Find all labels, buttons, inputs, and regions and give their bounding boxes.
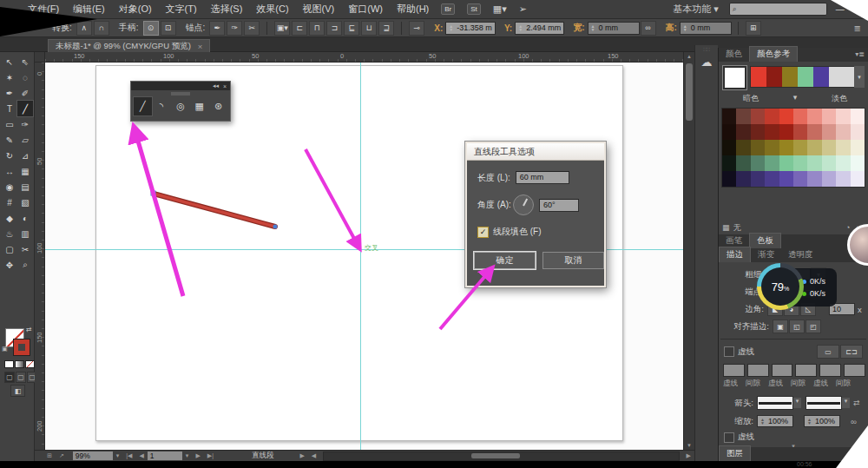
paintbrush-tool[interactable]: ✑ [17,116,33,132]
menu-item[interactable]: 视图(V) [303,3,335,16]
tab-swatches[interactable]: 色板 [749,233,781,248]
color-swatch[interactable] [779,140,793,155]
width-field[interactable]: ▲▼0 mm [588,22,640,35]
color-swatch[interactable] [793,140,807,155]
draw-behind-button[interactable]: ▢ [16,372,26,383]
vertical-scrollbar[interactable]: ▲ ▼ [683,52,694,450]
color-swatch[interactable] [851,155,865,171]
line-tools-palette[interactable]: ◂◂ × ╱◝◎▦⊛ [130,81,231,122]
zoom-dropdown-icon[interactable]: ▾ [116,452,120,459]
tab-stroke[interactable]: 描边 [719,247,751,262]
close-icon[interactable]: × [223,83,227,89]
color-swatch[interactable] [779,171,793,187]
artboard-dropdown-icon[interactable]: ▾ [186,452,189,459]
align-right-button[interactable]: ⊐ [326,21,342,36]
close-icon[interactable]: × [198,42,203,51]
scroll-down-icon[interactable]: ▼ [687,443,692,448]
color-swatch[interactable] [779,124,793,140]
tab-layers[interactable]: 图层 [719,445,751,461]
color-swatch[interactable] [822,155,836,171]
color-swatch[interactable] [793,124,807,140]
dash-value-field[interactable] [795,364,817,377]
dashed-line-checkbox[interactable] [724,432,734,443]
scroll-thumb[interactable] [471,453,520,458]
menu-item[interactable]: 对象(O) [119,3,152,16]
artboard-tool[interactable]: ▢ [2,241,17,257]
color-swatch[interactable] [836,155,850,171]
artboard-number-field[interactable]: 1 [148,452,182,460]
zoom-level-field[interactable]: 99% [73,452,113,460]
cut-path-button[interactable]: ✂ [244,21,260,36]
ok-button[interactable]: 确定 [474,252,536,269]
color-swatch[interactable] [822,124,836,140]
menu-item[interactable]: 帮助(H) [397,3,429,16]
harmony-color-swatch[interactable] [766,67,782,87]
menu-item[interactable]: 窗口(W) [348,3,383,16]
collapse-icon[interactable]: ◂◂ [213,82,219,89]
zoom-tool[interactable]: ⌕ [17,257,33,273]
blend-tool[interactable]: ◐ [17,210,33,226]
align-left-button[interactable]: ⊏ [292,21,307,36]
color-swatch[interactable] [822,171,836,187]
scroll-thumb[interactable] [686,63,693,121]
color-swatch[interactable] [736,171,750,187]
eyedropper-tool[interactable]: ◆ [2,210,17,226]
last-artboard-icon[interactable]: ▶| [207,452,214,459]
drag-dots[interactable]: ∷∷ [695,46,718,52]
color-swatch[interactable] [822,109,836,124]
mesh-tool[interactable]: # [2,194,17,210]
color-button[interactable] [4,360,14,368]
arrange-documents-icon[interactable]: ▦▾ [493,3,507,15]
width-tool[interactable]: ↔ [2,163,17,179]
convert-smooth-button[interactable]: ∩ [94,21,109,36]
scroll-left-icon[interactable]: ◀ [312,452,316,459]
color-swatch[interactable] [722,171,736,187]
tab-color-guide[interactable]: 颜色参考 [749,46,798,62]
perspective-grid-tool[interactable]: ▤ [17,179,33,194]
color-swatch[interactable] [807,155,821,171]
length-field[interactable]: 60 mm [516,171,569,184]
dashed-line-checkbox[interactable] [724,346,734,357]
menu-item[interactable]: 选择(S) [211,3,243,16]
harmony-color-swatch[interactable] [798,67,813,87]
isolate-button[interactable]: ▣▾ [274,21,290,36]
dialog-title[interactable]: 直线段工具选项 [467,143,604,161]
current-color-swatch[interactable] [723,66,746,89]
color-swatch[interactable] [793,109,807,124]
color-swatch[interactable] [793,155,807,171]
dash-value-field[interactable] [772,364,793,377]
harmony-color-swatch[interactable] [813,67,829,87]
horizontal-scrollbar[interactable] [323,452,679,461]
arrow-scale-start-field[interactable]: ▲▼100% [757,415,793,427]
arrowhead-end-dropdown[interactable] [806,396,842,410]
lasso-tool[interactable]: ◌ [17,69,33,85]
align-top-button[interactable]: ⊑ [344,21,359,36]
color-swatch[interactable] [751,109,765,124]
harmony-color-strip[interactable] [750,66,855,88]
spiral-tool[interactable]: ◎ [172,97,190,115]
angle-field[interactable]: 60° [539,199,579,212]
document-tab[interactable]: 未标题-1* @ 99% (CMYK/GPU 预览) × [48,39,210,53]
color-swatch[interactable] [836,109,850,124]
dash-value-field[interactable] [819,364,841,377]
color-swatch[interactable] [751,124,765,140]
color-swatch[interactable] [722,109,736,124]
menu-item[interactable]: 文字(T) [166,3,197,16]
swap-arrowheads-icon[interactable]: ⇄ [853,399,860,407]
selection-tool[interactable]: ↖ [2,54,17,69]
rotate-tool[interactable]: ↻ [2,148,17,163]
hide-handles-button[interactable]: ⊡ [161,21,176,36]
align-middle-button[interactable]: ⊔ [361,21,377,36]
drag-handle[interactable] [171,92,190,96]
export-icon[interactable]: ↗ [59,452,64,459]
y-field[interactable]: ▲▼2.494 mm [515,22,564,35]
menu-item[interactable]: 编辑(E) [73,3,105,16]
limit-colors-icon[interactable]: ▦ [722,223,730,232]
arc-tool[interactable]: ◝ [153,97,171,115]
shape-builder-tool[interactable]: ◉ [2,179,17,194]
palette-title-bar[interactable]: ◂◂ × [131,82,230,90]
color-swatch[interactable] [765,155,779,171]
gradient-tool[interactable]: ▧ [17,194,33,210]
direct-selection-tool[interactable]: ⇖ [17,54,33,69]
color-swatch[interactable] [807,109,821,124]
